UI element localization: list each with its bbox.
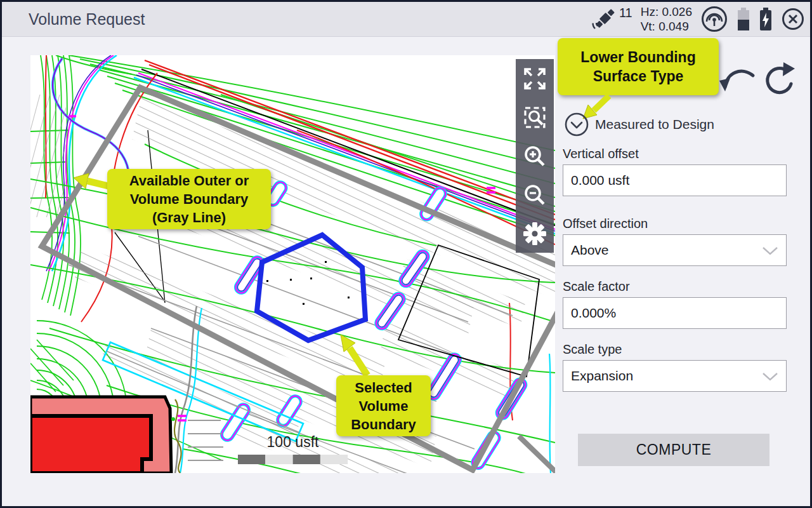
callout-outer-boundary: Available Outer or Volume Boundary (Gray… (107, 169, 271, 229)
scale-type-dropdown[interactable]: Expansion (563, 360, 787, 392)
history-controls (717, 60, 797, 97)
scale-factor-input[interactable]: 0.000% (563, 297, 787, 329)
vertical-offset-input[interactable]: 0.000 usft (563, 164, 787, 196)
map-settings-button[interactable] (516, 214, 554, 253)
field-value: 0.000% (571, 305, 616, 321)
zoom-in-icon (521, 143, 548, 170)
battery-charging-icon (759, 6, 773, 32)
field-label: Scale factor (563, 279, 787, 297)
surface-type-row: Measured to Design (564, 111, 714, 138)
chevron-down-icon (762, 372, 778, 381)
zoom-window-button[interactable] (516, 98, 554, 137)
vt-value: Vt: 0.049 (641, 19, 692, 34)
scale-factor-field: Scale factor 0.000% (563, 279, 787, 329)
hz-value: Hz: 0.026 (641, 4, 692, 19)
field-value: 0.000 usft (571, 173, 629, 188)
battery-icon (737, 6, 750, 32)
hotspot-icon (700, 5, 728, 33)
precision-readout: Hz: 0.026 Vt: 0.049 (641, 4, 692, 34)
scale-bar (238, 455, 348, 464)
callout-line: Volume Boundary (130, 190, 249, 208)
vertical-offset-field: Vertical offset 0.000 usft (563, 147, 787, 196)
compute-button[interactable]: COMPUTE (578, 434, 769, 466)
callout-line: Available Outer or (129, 171, 249, 190)
map-canvas[interactable] (30, 55, 555, 473)
callout-selected-boundary: Selected Volume Boundary (336, 375, 431, 436)
field-value: Above (571, 243, 609, 258)
callout-line: Volume (359, 397, 409, 415)
zoom-in-button[interactable] (516, 137, 554, 175)
field-label: Offset direction (563, 217, 787, 234)
zoom-out-button[interactable] (516, 175, 554, 214)
satellite-count: 11 (619, 6, 632, 20)
scale-label: 100 usft (238, 434, 348, 451)
satellite-status: 11 (590, 4, 632, 34)
field-label: Vertical offset (563, 147, 787, 164)
field-value: Expansion (571, 368, 633, 384)
map-view[interactable]: Available Outer or Volume Boundary (Gray… (30, 55, 555, 473)
callout-line: Surface Type (593, 67, 684, 86)
chevron-down-circle-icon[interactable] (564, 112, 589, 137)
building (30, 397, 181, 473)
zoom-out-icon (521, 182, 548, 208)
map-toolbar (516, 59, 554, 253)
fit-extents-button[interactable] (516, 59, 554, 98)
scale-type-field: Scale type Expansion (563, 342, 787, 392)
map-settings-icon (521, 220, 549, 248)
callout-line: (Gray Line) (152, 208, 226, 227)
close-icon[interactable] (781, 7, 805, 31)
chevron-down-icon (762, 246, 778, 255)
undo-icon[interactable] (719, 71, 753, 91)
offset-direction-dropdown[interactable]: Above (563, 234, 787, 266)
callout-line: Selected (355, 378, 412, 397)
fit-extents-icon (522, 66, 547, 91)
callout-line: Boundary (351, 415, 416, 434)
volume-request-window: Volume Request 11 Hz: 0.026 (0, 0, 812, 508)
offset-direction-field: Offset direction Above (563, 217, 787, 266)
satellite-icon (590, 4, 618, 34)
callout-line: Lower Bounding (580, 48, 695, 67)
field-label: Scale type (563, 342, 787, 360)
zoom-window-icon (521, 104, 548, 131)
status-bar: 11 Hz: 0.026 Vt: 0.049 (590, 2, 805, 36)
redo-icon[interactable] (768, 62, 795, 93)
surface-type-value: Measured to Design (595, 117, 714, 132)
callout-surface-type: Lower Bounding Surface Type (558, 38, 719, 95)
page-title: Volume Request (29, 10, 145, 29)
